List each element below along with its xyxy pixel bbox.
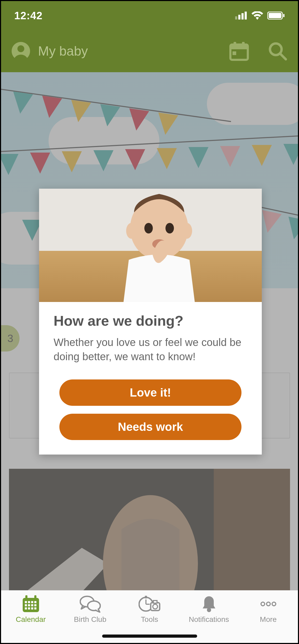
app-bar: My baby <box>1 30 298 72</box>
svg-rect-39 <box>25 607 27 609</box>
svg-rect-34 <box>34 601 36 603</box>
svg-rect-51 <box>153 601 157 603</box>
bell-icon <box>201 595 217 613</box>
svg-rect-38 <box>34 604 36 606</box>
svg-point-23 <box>144 223 153 233</box>
svg-rect-29 <box>25 595 27 599</box>
home-indicator[interactable] <box>102 635 197 638</box>
chat-icon <box>80 595 101 613</box>
modal-body: Whether you love us or feel we could be … <box>54 335 247 364</box>
svg-rect-10 <box>230 45 248 49</box>
feedback-modal: How are we doing? Whether you love us or… <box>39 189 262 455</box>
svg-rect-3 <box>245 12 247 19</box>
svg-rect-11 <box>234 42 236 47</box>
svg-rect-33 <box>31 601 33 603</box>
nav-label: More <box>260 615 277 624</box>
svg-rect-12 <box>242 42 245 47</box>
svg-rect-36 <box>28 604 30 606</box>
calendar-nav-icon <box>22 595 40 613</box>
svg-point-27 <box>182 223 192 239</box>
needs-work-button[interactable]: Needs work <box>59 414 241 440</box>
svg-point-8 <box>17 45 24 52</box>
modal-title: How are we doing? <box>54 313 247 329</box>
svg-rect-40 <box>28 607 30 609</box>
modal-hero-image <box>39 189 262 302</box>
profile-icon[interactable] <box>12 42 30 60</box>
nav-label: Notifications <box>189 615 229 624</box>
svg-rect-5 <box>269 13 281 18</box>
search-icon[interactable] <box>268 41 287 61</box>
svg-rect-1 <box>238 15 240 19</box>
wifi-icon <box>251 11 263 20</box>
svg-rect-30 <box>34 595 36 599</box>
nav-label: Birth Club <box>74 615 106 624</box>
page-title: My baby <box>38 43 221 59</box>
svg-point-55 <box>272 602 276 606</box>
nav-calendar[interactable]: Calendar <box>1 591 60 643</box>
svg-rect-13 <box>232 51 236 55</box>
svg-rect-32 <box>28 601 30 603</box>
calendar-icon[interactable] <box>229 41 249 61</box>
cellular-icon <box>235 12 247 19</box>
svg-rect-35 <box>25 604 27 606</box>
tools-icon <box>139 595 161 613</box>
love-it-button[interactable]: Love it! <box>59 379 241 406</box>
status-time: 12:42 <box>14 10 42 22</box>
nav-label: Tools <box>141 615 158 624</box>
svg-point-52 <box>207 608 211 612</box>
svg-rect-2 <box>241 13 244 19</box>
svg-point-24 <box>165 223 174 233</box>
svg-rect-6 <box>283 14 284 17</box>
svg-rect-41 <box>31 607 33 609</box>
svg-rect-0 <box>235 16 237 19</box>
more-icon <box>259 595 278 613</box>
svg-point-26 <box>126 223 137 239</box>
svg-line-15 <box>280 53 286 59</box>
battery-icon <box>267 12 285 19</box>
status-bar: 12:42 <box>1 1 298 30</box>
svg-rect-46 <box>145 596 147 598</box>
svg-rect-42 <box>34 607 36 609</box>
svg-rect-31 <box>25 601 27 603</box>
nav-more[interactable]: More <box>239 591 298 643</box>
svg-point-54 <box>267 602 270 606</box>
svg-point-53 <box>261 602 265 606</box>
svg-rect-37 <box>31 604 33 606</box>
nav-label: Calendar <box>16 615 46 624</box>
